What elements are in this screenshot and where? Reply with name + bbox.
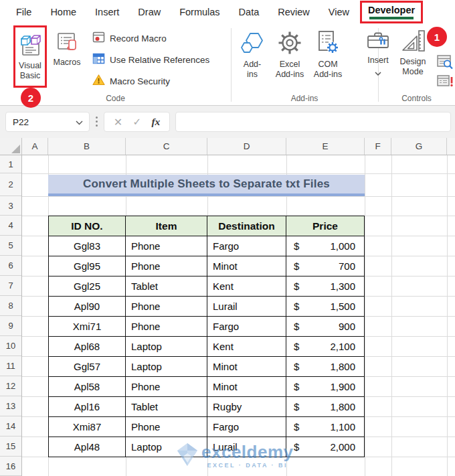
- run-dialog-button[interactable]: [437, 74, 454, 92]
- macro-security-button[interactable]: Macro Security: [92, 72, 170, 90]
- cell-id[interactable]: Apl16: [49, 397, 126, 416]
- cell-price[interactable]: $ 1,100: [286, 417, 364, 437]
- cell-price[interactable]: $ 1,300: [286, 276, 364, 296]
- com-add-ins-button[interactable]: COM Add-ins: [309, 29, 347, 79]
- insert-function-icon[interactable]: fx: [151, 116, 160, 128]
- row-header[interactable]: 13: [0, 396, 21, 416]
- ribbon-tab[interactable]: Data: [230, 7, 269, 17]
- row-header[interactable]: 14: [0, 416, 21, 437]
- cell-destination[interactable]: Kent: [207, 276, 286, 296]
- cell-price[interactable]: $ 1,000: [286, 236, 364, 256]
- formula-bar-grip[interactable]: [96, 116, 98, 127]
- cell-price[interactable]: $ 1,800: [286, 357, 364, 376]
- cell-item[interactable]: Phone: [126, 297, 207, 316]
- row-header[interactable]: 15: [0, 437, 21, 457]
- cell-id[interactable]: Apl90: [49, 297, 126, 316]
- cell-destination[interactable]: Kent: [207, 337, 286, 356]
- excel-add-ins-button[interactable]: Excel Add-ins: [272, 29, 308, 79]
- cell-item[interactable]: Phone: [126, 377, 207, 396]
- column-header[interactable]: C: [126, 138, 207, 155]
- cancel-icon[interactable]: ✕: [114, 116, 122, 129]
- row-header[interactable]: 10: [0, 336, 21, 356]
- cell-price[interactable]: $ 1,900: [286, 377, 364, 396]
- select-all-corner[interactable]: [0, 138, 22, 155]
- cell-item[interactable]: Laptop: [126, 337, 207, 356]
- cell-item[interactable]: Tablet: [126, 276, 207, 296]
- cell-price[interactable]: $ 900: [286, 317, 364, 336]
- macros-button[interactable]: Macros: [51, 30, 83, 67]
- cell-id[interactable]: Ggl25: [49, 276, 126, 296]
- view-code-button[interactable]: [437, 55, 454, 73]
- cell-price[interactable]: $ 700: [286, 256, 364, 276]
- row-header[interactable]: 3: [0, 196, 21, 216]
- header-destination[interactable]: Destination: [207, 216, 286, 236]
- header-item[interactable]: Item: [126, 216, 207, 236]
- cell-id[interactable]: Xmi71: [49, 317, 126, 336]
- row-header[interactable]: 5: [0, 236, 21, 256]
- cell-price[interactable]: $ 2,100: [286, 337, 364, 356]
- row-header[interactable]: 4: [0, 216, 21, 236]
- cell-id[interactable]: Ggl57: [49, 357, 126, 376]
- cell-destination[interactable]: Fargo: [207, 317, 286, 336]
- header-price[interactable]: Price: [286, 216, 364, 236]
- ribbon-tab[interactable]: Draw: [128, 7, 170, 17]
- insert-control-button[interactable]: Insert: [364, 29, 392, 78]
- cell-item[interactable]: Phone: [126, 256, 207, 276]
- cell-destination[interactable]: Minot: [207, 256, 286, 276]
- add-ins-button[interactable]: Add- ins: [236, 29, 269, 79]
- cell-item[interactable]: Phone: [126, 317, 207, 336]
- row-header[interactable]: 8: [0, 296, 21, 316]
- column-header[interactable]: F: [365, 138, 391, 155]
- ribbon-tab[interactable]: Home: [41, 7, 86, 17]
- name-box-chevron-icon[interactable]: [76, 117, 83, 127]
- cell-price[interactable]: $ 2,000: [286, 437, 364, 457]
- visual-basic-button[interactable]: Visual Basic: [18, 33, 42, 80]
- cell-item[interactable]: Laptop: [126, 357, 207, 376]
- row-header[interactable]: 11: [0, 356, 21, 376]
- cell-destination[interactable]: Fargo: [207, 236, 286, 256]
- row-header[interactable]: 1: [0, 155, 21, 173]
- cell-item[interactable]: Laptop: [126, 437, 207, 457]
- cell-id[interactable]: Apl58: [49, 377, 126, 396]
- cell-destination[interactable]: Minot: [207, 357, 286, 376]
- column-header[interactable]: E: [286, 138, 365, 155]
- cell-id[interactable]: Ggl83: [49, 236, 126, 256]
- cell-item[interactable]: Tablet: [126, 397, 207, 416]
- ribbon-tab[interactable]: Formulas: [170, 7, 229, 17]
- use-relative-references-button[interactable]: Use Relative References: [92, 51, 209, 68]
- design-mode-button[interactable]: Design Mode: [395, 29, 431, 76]
- cell-id[interactable]: Ggl95: [49, 256, 126, 276]
- column-header[interactable]: A: [22, 138, 48, 155]
- cell-destination[interactable]: Rugby: [207, 397, 286, 416]
- enter-icon[interactable]: ✓: [132, 116, 141, 128]
- record-macro-button[interactable]: Record Macro: [92, 29, 167, 47]
- ribbon-tab[interactable]: Insert: [86, 7, 128, 17]
- cell-destination[interactable]: Lurail: [207, 437, 286, 457]
- row-header[interactable]: 2: [0, 173, 21, 196]
- ribbon-tab[interactable]: Review: [268, 7, 319, 17]
- tab-developer[interactable]: Developer: [360, 1, 423, 23]
- cell-destination[interactable]: Fargo: [207, 417, 286, 437]
- cell-destination[interactable]: Lurail: [207, 297, 286, 316]
- column-header[interactable]: B: [48, 138, 126, 155]
- cell-id[interactable]: Apl68: [49, 337, 126, 356]
- row-header[interactable]: 7: [0, 276, 21, 296]
- cell-id[interactable]: Apl48: [49, 437, 126, 457]
- row-header[interactable]: 12: [0, 376, 21, 396]
- ribbon-tab[interactable]: View: [319, 7, 359, 17]
- formula-input[interactable]: [175, 112, 451, 132]
- row-header[interactable]: 6: [0, 256, 21, 276]
- cell-destination[interactable]: Minot: [207, 377, 286, 396]
- row-header[interactable]: 9: [0, 316, 21, 336]
- row-header[interactable]: 16: [0, 457, 21, 476]
- cell-id[interactable]: Xmi87: [49, 417, 126, 437]
- cell-item[interactable]: Phone: [126, 236, 207, 256]
- name-box[interactable]: P22: [5, 112, 90, 132]
- cell-price[interactable]: $ 1,800: [286, 397, 364, 416]
- cell-price[interactable]: $ 1,500: [286, 297, 364, 316]
- column-header[interactable]: D: [207, 138, 286, 155]
- ribbon-tab[interactable]: File: [7, 7, 41, 17]
- cell-item[interactable]: Phone: [126, 417, 207, 437]
- column-header[interactable]: G: [391, 138, 447, 155]
- header-id-no[interactable]: ID NO.: [49, 216, 126, 236]
